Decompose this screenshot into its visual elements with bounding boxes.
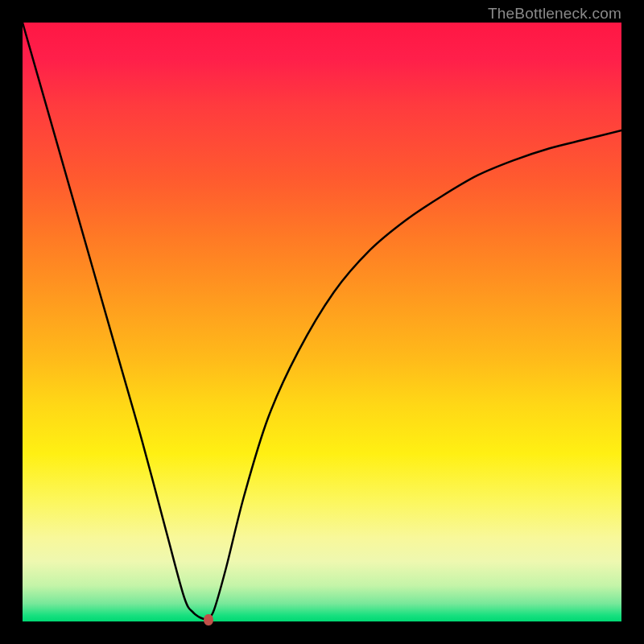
chart-frame: TheBottleneck.com <box>0 0 644 644</box>
plot-area <box>23 23 621 621</box>
optimum-marker <box>204 614 213 625</box>
watermark-text: TheBottleneck.com <box>488 5 621 23</box>
curve-svg <box>23 23 621 621</box>
bottleneck-curve <box>23 23 621 619</box>
